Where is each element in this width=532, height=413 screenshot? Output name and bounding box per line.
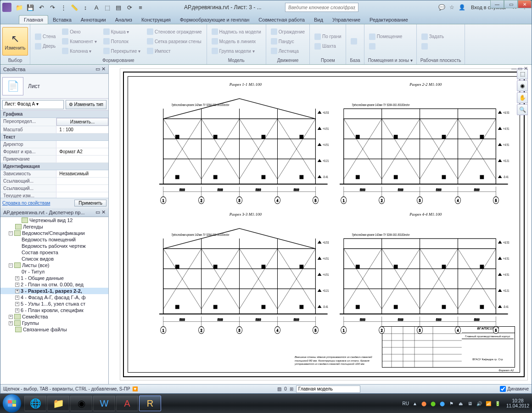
tree-node[interactable]: Связанные файлы [0,326,108,333]
tab-Управление[interactable]: Управление [328,16,365,24]
qat-measure-icon[interactable]: 📏 [69,2,79,12]
qat-print-icon[interactable]: ⋮ [58,2,68,12]
tab-Аннотации[interactable]: Аннотации [76,16,111,24]
tree-node[interactable]: +Группы [0,320,108,326]
tray-monitor-icon[interactable]: 🖥 [467,400,473,407]
tree-node[interactable]: −Ведомости/Спецификации [0,230,108,236]
tab-Формообразующие и генплан[interactable]: Формообразующие и генплан [175,16,254,24]
tree-node[interactable]: +Семейства [0,313,108,320]
status-scale-icon[interactable]: ▨ [277,386,281,391]
tray-shield-icon[interactable]: ⬤ [421,400,427,407]
qat-text-icon[interactable]: A [91,2,101,12]
ribbon-button[interactable]: Задать [419,32,447,41]
project-browser[interactable]: Чертежный вид 12Легенды−Ведомости/Специф… [0,217,108,384]
ribbon-button[interactable]: Шахта [312,42,344,51]
tab-Конструкция[interactable]: Конструкция [137,16,175,24]
tab-Вид[interactable]: Вид [309,16,328,24]
expander-icon[interactable]: − [9,231,13,235]
prop-row[interactable]: Ссылающий... [0,178,108,185]
elevation-view[interactable]: Разрез 2-2 М1:100 123455333533353335333 … [340,89,512,207]
ribbon-button[interactable]: Перекрытие ▾ [101,46,144,56]
prop-row[interactable]: Директор [0,141,108,148]
ribbon-button[interactable]: Сетка разрезки стены [144,37,205,46]
tray-wifi-icon[interactable]: 📶 [485,400,492,407]
qat-undo-icon[interactable]: ↶ [36,2,46,12]
view-window-controls[interactable]: — ▭ ✕ [511,66,528,72]
task-revit-icon[interactable]: R [139,396,161,411]
task-explorer-icon[interactable]: 📁 [47,396,69,411]
navwheel-icon[interactable]: ◉ [517,80,528,91]
qat-section-icon[interactable]: ▤ [113,2,123,12]
tree-node[interactable]: Чертежный вид 12 [0,217,108,223]
expander-icon[interactable]: + [9,315,13,319]
tray-update-icon[interactable]: ⚑ [448,400,455,407]
tree-node[interactable]: 0т - Титул [0,268,108,275]
expander-icon[interactable]: + [15,302,19,306]
browser-close-icon[interactable]: ▭ ✕ [95,209,106,215]
ribbon-button[interactable] [419,42,447,51]
prop-category[interactable]: Графика [0,111,108,118]
prop-row[interactable]: Текущее изм... [0,192,108,198]
status-zoom[interactable]: 0 [284,386,287,391]
tray-av-icon[interactable]: ⬤ [439,400,446,407]
ribbon-button[interactable]: Группа модели ▾ [209,46,264,56]
tree-node[interactable]: Легенды [0,223,108,230]
tray-power-icon[interactable]: 🔋 [494,400,501,407]
expander-icon[interactable]: + [15,296,19,300]
ribbon-button[interactable]: Компонент ▾ [59,37,99,46]
ribbon-button[interactable]: Колонна ▾ [59,46,99,56]
properties-help-link[interactable]: Справка по свойствам [2,201,50,206]
ribbon-button[interactable]: Окно [59,27,99,36]
status-worksets-icon[interactable]: ⊞ [290,386,293,391]
ribbon-button[interactable]: Ограждение [268,27,308,36]
instance-selector[interactable]: Лист: Фасад А ▾ [2,100,64,109]
tree-node[interactable]: +3 - Разрез1-1, разрез 2-2, [0,288,108,294]
ribbon-button[interactable]: Потолок [101,37,144,46]
task-word-icon[interactable]: W [93,396,115,411]
ribbon-button[interactable] [348,37,360,46]
status-filter-icon[interactable]: 🔽 [132,386,138,391]
tree-node[interactable]: Список видов [0,256,108,262]
properties-close-icon[interactable]: ▭ ✕ [95,66,106,72]
qat-3d-icon[interactable]: ⬚ [102,2,112,12]
elevation-view[interactable]: Разрез 3-3 М1:100 123455333533353335333 … [159,218,331,337]
zoom-icon[interactable]: 🔍 [517,104,528,115]
qat-dim-icon[interactable]: ↕ [80,2,90,12]
ribbon-button[interactable]: По грани [312,32,344,41]
ribbon-button[interactable]: Пандус [268,37,308,46]
ribbon-button[interactable]: Помещение [366,32,405,41]
status-dynamic[interactable]: Динамиче [500,386,529,392]
tab-Главная[interactable]: Главная [19,15,48,24]
elevation-view[interactable]: Разрез 1-1 М1:100 123455333533353335333 … [159,89,331,207]
tree-node[interactable]: Ведомость помещений [0,236,108,243]
tab-Совместная работа[interactable]: Совместная работа [254,16,309,24]
comm-icon[interactable]: 💬 [438,3,446,11]
tab-Редактирование[interactable]: Редактирование [365,16,413,24]
tree-node[interactable]: +6 - План кровли, специфик [0,307,108,313]
tab-Анализ[interactable]: Анализ [111,16,137,24]
expander-icon[interactable]: − [9,263,13,268]
prop-row[interactable]: Переопредел...Изменить... [0,118,108,126]
expander-icon[interactable]: + [15,276,19,280]
tab-Вставка[interactable]: Вставка [48,16,76,24]
prop-row[interactable]: Формат и кра...Формат A2 [0,148,108,156]
qat-open-icon[interactable]: 📁 [14,2,24,12]
tray-net-icon[interactable]: ⬤ [430,400,437,407]
expander-icon[interactable]: + [15,283,19,287]
ribbon-button[interactable]: Импост [144,46,205,56]
modify-button[interactable]: ↖Изменить [2,27,28,56]
ribbon-button[interactable] [366,42,405,51]
type-selector-area[interactable]: 📄 Лист [0,74,108,99]
close-button[interactable]: ✕ [518,0,532,8]
app-logo-icon[interactable] [2,3,11,12]
prop-row[interactable]: ЗависимостьНезависимый [0,170,108,178]
prop-row[interactable]: Ссылающий... [0,185,108,192]
prop-row[interactable]: Примечание [0,156,108,163]
user-icon[interactable]: 👤 [458,3,466,11]
tray-flag-icon[interactable]: ▲ [412,400,418,407]
tree-node[interactable]: +1 - Общие данные [0,275,108,281]
search-input[interactable] [285,3,358,12]
tray-vol-icon[interactable]: 🔊 [476,400,482,407]
tree-node[interactable]: Состав проекта [0,249,108,256]
dynamic-checkbox[interactable] [500,386,506,392]
